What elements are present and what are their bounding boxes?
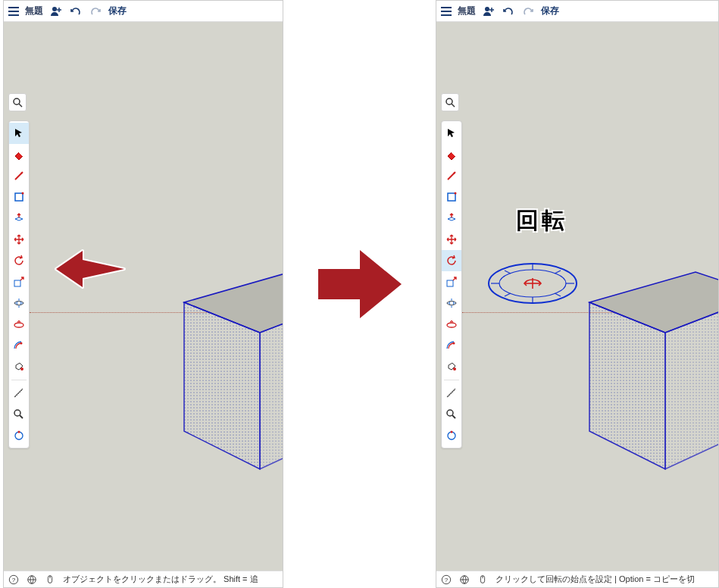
rotate-label: 回転 bbox=[516, 205, 567, 236]
add-user-icon[interactable] bbox=[482, 5, 495, 18]
svg-rect-7 bbox=[15, 193, 23, 201]
tool-followme[interactable] bbox=[9, 314, 29, 335]
sketchup-window-after: 無題 保存 回転 bbox=[436, 0, 719, 588]
svg-text:?: ? bbox=[12, 576, 16, 583]
mouse-icon[interactable] bbox=[45, 574, 55, 585]
tool-scale[interactable] bbox=[442, 271, 461, 292]
rotate-protractor bbox=[483, 257, 582, 313]
statusbar: ? オブジェクトをクリックまたはドラッグ。 Shift = 追 bbox=[4, 571, 283, 587]
svg-point-50 bbox=[453, 368, 456, 371]
svg-point-48 bbox=[447, 323, 456, 327]
tool-offset[interactable] bbox=[442, 335, 461, 356]
svg-point-12 bbox=[14, 323, 23, 327]
svg-line-52 bbox=[452, 415, 455, 418]
svg-line-38 bbox=[555, 293, 561, 296]
callout-arrow bbox=[52, 246, 128, 295]
svg-line-42 bbox=[452, 104, 455, 107]
viewport[interactable] bbox=[4, 22, 283, 571]
statusbar: ? クリックして回転の始点を設定 | Option = コピーを切 bbox=[436, 571, 718, 587]
svg-rect-9 bbox=[14, 280, 20, 286]
tool-pushpull[interactable] bbox=[9, 208, 29, 229]
toolbar bbox=[8, 120, 30, 449]
tool-followme[interactable] bbox=[442, 314, 461, 335]
undo-icon[interactable] bbox=[69, 5, 83, 18]
svg-point-0 bbox=[52, 7, 57, 11]
svg-point-5 bbox=[14, 99, 20, 105]
viewport[interactable]: 回転 bbox=[436, 22, 718, 571]
tool-zoom[interactable] bbox=[9, 404, 29, 425]
model-box[interactable] bbox=[574, 264, 719, 480]
doc-title: 無題 bbox=[458, 5, 476, 17]
svg-point-51 bbox=[447, 410, 453, 416]
tool-undo-circ[interactable] bbox=[442, 425, 461, 446]
tool-paint[interactable] bbox=[9, 356, 29, 377]
svg-point-44 bbox=[455, 192, 457, 195]
tool-select[interactable] bbox=[9, 123, 29, 144]
svg-point-49 bbox=[453, 342, 455, 345]
tool-select[interactable] bbox=[442, 123, 461, 144]
tool-pushpull[interactable] bbox=[442, 208, 461, 229]
svg-point-14 bbox=[20, 368, 23, 371]
status-text: クリックして回転の始点を設定 | Option = コピーを切 bbox=[495, 574, 695, 585]
transition-arrow bbox=[314, 246, 405, 322]
help-icon[interactable]: ? bbox=[441, 574, 452, 585]
svg-text:?: ? bbox=[445, 576, 449, 583]
tool-offset[interactable] bbox=[9, 335, 29, 356]
tool-rotate[interactable] bbox=[442, 250, 461, 271]
tool-line[interactable] bbox=[442, 165, 461, 186]
undo-icon[interactable] bbox=[502, 5, 515, 18]
globe-icon[interactable] bbox=[459, 574, 470, 585]
svg-line-37 bbox=[505, 293, 511, 296]
tool-orbit[interactable] bbox=[9, 292, 29, 314]
svg-rect-45 bbox=[447, 280, 453, 286]
tool-paint[interactable] bbox=[442, 356, 461, 377]
redo-icon[interactable] bbox=[89, 5, 102, 18]
tool-rectangle[interactable] bbox=[442, 186, 461, 208]
svg-line-16 bbox=[20, 415, 23, 418]
tool-rotate[interactable] bbox=[9, 250, 29, 271]
hamburger-icon[interactable] bbox=[441, 7, 452, 16]
sketchup-window-before: 無題 保存 bbox=[3, 0, 283, 588]
search-icon bbox=[12, 97, 23, 108]
model-box[interactable] bbox=[169, 264, 283, 480]
tool-eraser[interactable] bbox=[9, 144, 29, 165]
svg-point-24 bbox=[485, 7, 489, 11]
tool-scale[interactable] bbox=[9, 271, 29, 292]
tool-tape[interactable] bbox=[9, 383, 29, 404]
add-user-icon[interactable] bbox=[49, 5, 63, 18]
svg-point-18 bbox=[18, 431, 20, 433]
tool-rectangle[interactable] bbox=[9, 186, 29, 208]
help-icon[interactable]: ? bbox=[8, 574, 19, 585]
tool-move[interactable] bbox=[9, 229, 29, 250]
tool-undo-circ[interactable] bbox=[9, 425, 29, 446]
tool-move[interactable] bbox=[442, 229, 461, 250]
hamburger-icon[interactable] bbox=[8, 7, 19, 16]
tool-zoom[interactable] bbox=[442, 404, 461, 425]
svg-rect-43 bbox=[448, 193, 455, 201]
search-button[interactable] bbox=[441, 93, 459, 111]
topbar: 無題 保存 bbox=[4, 1, 283, 22]
tool-eraser[interactable] bbox=[442, 144, 461, 165]
tool-tape[interactable] bbox=[442, 383, 461, 404]
save-button[interactable]: 保存 bbox=[108, 5, 127, 17]
mouse-icon[interactable] bbox=[477, 574, 488, 585]
svg-point-54 bbox=[451, 431, 453, 433]
svg-point-41 bbox=[446, 99, 452, 105]
status-text: オブジェクトをクリックまたはドラッグ。 Shift = 追 bbox=[63, 574, 258, 585]
redo-icon[interactable] bbox=[521, 5, 535, 18]
svg-point-13 bbox=[20, 342, 23, 345]
svg-line-35 bbox=[505, 271, 511, 274]
toolbar bbox=[441, 120, 462, 449]
save-button[interactable]: 保存 bbox=[541, 5, 559, 17]
globe-icon[interactable] bbox=[27, 574, 37, 585]
tool-orbit[interactable] bbox=[442, 292, 461, 314]
svg-line-6 bbox=[19, 104, 22, 107]
topbar: 無題 保存 bbox=[436, 1, 718, 22]
svg-point-15 bbox=[14, 410, 20, 416]
search-icon bbox=[445, 97, 455, 108]
doc-title: 無題 bbox=[25, 5, 43, 17]
svg-line-36 bbox=[555, 271, 561, 274]
tool-line[interactable] bbox=[9, 165, 29, 186]
svg-point-8 bbox=[22, 192, 24, 195]
search-button[interactable] bbox=[8, 93, 27, 111]
